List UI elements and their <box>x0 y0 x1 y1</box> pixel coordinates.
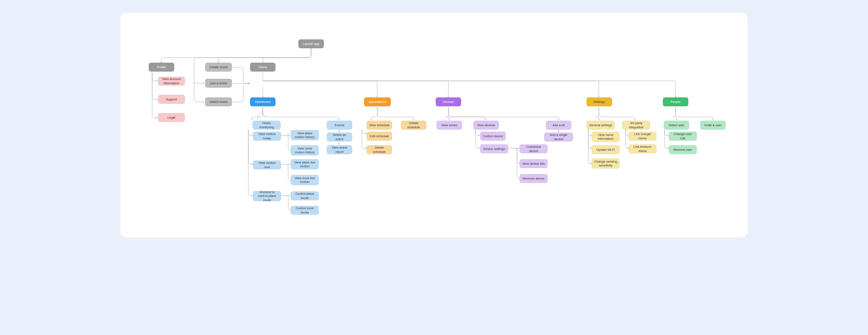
node-control-zone-mode[interactable]: Control zone mode <box>291 206 319 215</box>
node-select-event[interactable]: Select an event <box>327 133 352 141</box>
node-view-device-info[interactable]: View device info <box>520 159 548 168</box>
connectors <box>120 13 748 237</box>
node-update-wifi[interactable]: Update Wi-Fi <box>592 145 620 154</box>
node-link-google[interactable]: Link Google Home <box>629 132 657 141</box>
node-view-zones[interactable]: View zones <box>437 121 462 130</box>
node-support[interactable]: Support <box>158 95 185 104</box>
node-change-sensing[interactable]: Change sensing sensitivity <box>592 158 620 169</box>
node-devices[interactable]: Devices <box>436 97 461 106</box>
node-dashboard[interactable]: Dashboard <box>250 97 275 106</box>
node-profile[interactable]: Profile <box>149 63 174 72</box>
node-home[interactable]: Home <box>250 63 275 72</box>
node-device-settings[interactable]: Device settings <box>480 144 508 153</box>
node-link-alexa[interactable]: Link Amazon Alexa <box>629 144 657 153</box>
node-automations[interactable]: Automations <box>364 97 391 106</box>
node-view-devices[interactable]: View devices <box>473 121 499 130</box>
node-general-settings[interactable]: General settings <box>587 121 615 130</box>
node-remove-device[interactable]: Remove device <box>520 174 548 183</box>
node-view-home-info[interactable]: View home information <box>592 132 620 142</box>
flowchart-canvas: Launch app Profile Create home Home Join… <box>120 13 748 237</box>
node-view-place-live-motion[interactable]: View place live motion <box>291 159 319 169</box>
node-shortcut-control-place-mode[interactable]: Shortcut to control place mode <box>253 191 281 201</box>
node-view-motion-now[interactable]: View motion now <box>253 161 281 169</box>
node-home-monitoring[interactable]: Home monitoring <box>253 121 281 130</box>
node-settings[interactable]: Settings <box>587 97 612 106</box>
node-view-schedule[interactable]: View schedule <box>367 121 392 130</box>
node-switch-home[interactable]: Switch home <box>205 97 232 106</box>
node-view-event-report[interactable]: View event report <box>327 145 352 154</box>
node-add-kit[interactable]: Add a kit <box>546 121 571 130</box>
node-events[interactable]: Events <box>327 121 352 130</box>
node-control-place-mode[interactable]: Control place mode <box>291 191 319 200</box>
node-create-home[interactable]: Create home <box>205 63 232 72</box>
node-select-user[interactable]: Select user <box>664 121 689 130</box>
node-delete-schedule[interactable]: Delete schedule <box>367 145 392 154</box>
node-control-device[interactable]: Control device <box>480 132 506 141</box>
node-edit-schedule[interactable]: Edit schedule <box>367 132 392 141</box>
node-invite-user[interactable]: Invite a user <box>700 121 726 130</box>
node-launch-app[interactable]: Launch app <box>298 39 324 48</box>
node-customize-device[interactable]: Customize device <box>520 144 548 153</box>
node-view-zone-motion-history[interactable]: View zone motion history <box>291 145 319 155</box>
node-view-account-info[interactable]: View account information <box>158 77 185 86</box>
node-third-party[interactable]: 3rd party integration <box>622 121 650 130</box>
node-join-home[interactable]: Join a home <box>205 79 232 88</box>
node-remove-user[interactable]: Remove user <box>669 145 697 154</box>
node-people[interactable]: People <box>663 97 688 106</box>
node-change-user-role[interactable]: Change user role <box>669 132 697 141</box>
node-view-zone-live-motion[interactable]: View zone live motion <box>291 175 319 185</box>
node-view-place-motion-history[interactable]: View place motion history <box>291 130 319 140</box>
node-add-single-device[interactable]: Add a single device <box>544 133 573 141</box>
node-view-motion-today[interactable]: View motion today <box>253 132 281 141</box>
node-legal[interactable]: Legal <box>158 113 185 122</box>
node-create-schedule[interactable]: Create schedule <box>401 121 426 130</box>
